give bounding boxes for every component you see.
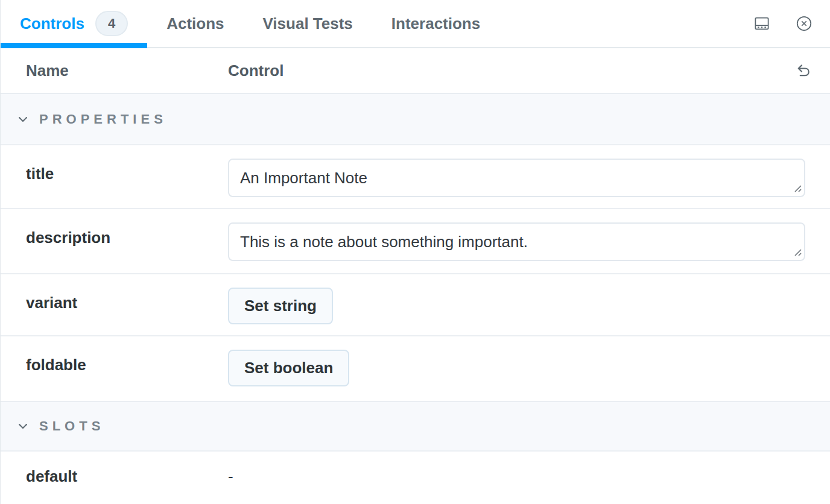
control-row-default: default - [1, 452, 830, 504]
control-name-title: title [26, 145, 228, 208]
default-slot-value: - [228, 467, 233, 485]
control-name-foldable: foldable [26, 336, 228, 401]
bottom-panel-icon [753, 14, 771, 33]
section-header-properties[interactable]: PROPERTIES [1, 94, 830, 145]
control-row-description: description This is a note about somethi… [1, 209, 830, 274]
controls-count-badge: 4 [95, 11, 128, 36]
column-header-name: Name [26, 61, 228, 80]
column-header-control: Control [228, 61, 795, 80]
tabbar-tools [753, 0, 830, 47]
tab-visual-tests[interactable]: Visual Tests [243, 0, 372, 47]
control-row-foldable: foldable Set boolean [1, 336, 830, 402]
tab-interactions-label: Interactions [391, 14, 480, 33]
tab-controls[interactable]: Controls 4 [1, 0, 147, 47]
set-string-button[interactable]: Set string [228, 288, 333, 324]
set-boolean-button[interactable]: Set boolean [228, 350, 349, 386]
chevron-down-icon [16, 112, 30, 127]
close-icon [795, 14, 813, 33]
title-input[interactable]: An Important Note [228, 159, 805, 197]
tab-visual-tests-label: Visual Tests [262, 14, 352, 33]
tab-controls-label: Controls [20, 14, 84, 33]
tab-actions[interactable]: Actions [147, 0, 243, 47]
reset-controls-button[interactable] [795, 62, 812, 79]
section-title-properties: PROPERTIES [39, 112, 167, 127]
control-name-description: description [26, 209, 228, 273]
control-row-title: title An Important Note [1, 145, 830, 209]
description-input[interactable]: This is a note about something important… [228, 222, 805, 261]
section-title-slots: SLOTS [39, 418, 104, 434]
undo-icon [795, 62, 812, 79]
chevron-down-icon [16, 419, 30, 433]
control-name-default: default [26, 452, 228, 504]
control-row-variant: variant Set string [1, 274, 830, 336]
section-header-slots[interactable]: SLOTS [1, 402, 830, 452]
close-panel-button[interactable] [795, 14, 813, 33]
tab-actions-label: Actions [166, 14, 224, 33]
tab-interactions[interactable]: Interactions [372, 0, 499, 47]
addon-tabbar: Controls 4 Actions Visual Tests Interact… [1, 0, 830, 48]
controls-table-header: Name Control [1, 48, 830, 94]
panel-orientation-button[interactable] [753, 14, 771, 33]
control-name-variant: variant [26, 274, 228, 335]
